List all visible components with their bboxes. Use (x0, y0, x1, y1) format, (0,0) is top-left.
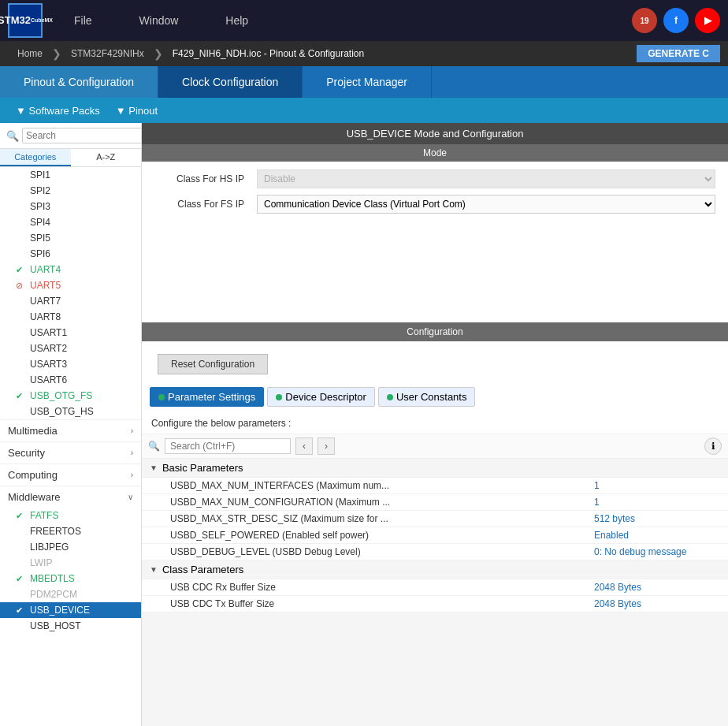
param-name-5: USB CDC Rx Buffer Size (170, 582, 594, 593)
config-tab-device-descriptor[interactable]: Device Descriptor (267, 387, 375, 407)
list-item-libjpeg[interactable]: LIBJPEG (0, 539, 141, 555)
mode-section: Class For HS IP Disable Class For FS IP … (142, 162, 728, 228)
stm32-logo: STM32 CubeMX (8, 3, 43, 38)
basic-params-group-header[interactable]: ▼ Basic Parameters (142, 459, 728, 478)
list-item-usart1[interactable]: USART1 (0, 325, 141, 341)
nav-window[interactable]: Window (139, 14, 179, 27)
logo-area: STM32 CubeMX (8, 3, 43, 38)
main-layout: 🔍 ⚙ Categories A->Z SPI1 SPI2 SPI3 SPI4 … (0, 123, 728, 726)
sidebar-middleware-list: ✔FATFS FREERTOS LIBJPEG LWIP ✔MBEDTLS PD… (0, 508, 141, 634)
top-bar: STM32 CubeMX File Window Help 19 f ▶ (0, 0, 728, 41)
params-prev-button[interactable]: ‹ (295, 437, 313, 455)
list-item-fatfs[interactable]: ✔FATFS (0, 508, 141, 523)
class-fs-select[interactable]: Communication Device Class (Virtual Port… (257, 195, 715, 214)
list-item-uart5[interactable]: ⊘UART5 (0, 277, 141, 293)
sidebar-search-row: 🔍 ⚙ (0, 123, 141, 149)
sidebar-tab-categories[interactable]: Categories (0, 149, 71, 166)
params-search-row: 🔍 ‹ › ℹ (142, 434, 728, 459)
param-row-4: USBD_DEBUG_LEVEL (USBD Debug Level) 0: N… (142, 544, 728, 560)
subtab-software-packs[interactable]: ▼ Software Packs (16, 105, 100, 117)
sidebar-group-computing-label: Computing (8, 469, 58, 481)
config-tab-user-constants-label: User Constants (396, 391, 467, 403)
class-fs-label: Class For FS IP (154, 199, 249, 210)
params-search-input[interactable] (165, 438, 291, 454)
list-item-usart2[interactable]: USART2 (0, 341, 141, 356)
breadcrumb-chip[interactable]: STM32F429NIHx (61, 45, 154, 62)
param-value-1: 1 (594, 497, 720, 508)
param-name-1: USBD_MAX_NUM_CONFIGURATION (Maximum ... (170, 497, 594, 508)
generate-code-button[interactable]: GENERATE C (637, 45, 720, 62)
list-item-spi6[interactable]: SPI6 (0, 246, 141, 262)
basic-params-label: Basic Parameters (162, 462, 243, 474)
list-item-usart3[interactable]: USART3 (0, 356, 141, 372)
config-section-header: Configuration (142, 322, 728, 341)
list-item-usb-host[interactable]: USB_HOST (0, 618, 141, 634)
list-item-uart4[interactable]: ✔UART4 (0, 262, 141, 277)
list-item-spi2[interactable]: SPI2 (0, 183, 141, 199)
list-item-usb-otg-fs[interactable]: ✔USB_OTG_FS (0, 388, 141, 404)
list-item-usb-otg-hs[interactable]: USB_OTG_HS (0, 404, 141, 419)
sidebar-tab-az[interactable]: A->Z (71, 149, 142, 166)
list-item-spi3[interactable]: SPI3 (0, 199, 141, 214)
class-hs-select[interactable]: Disable (257, 169, 715, 188)
sidebar-list: SPI1 SPI2 SPI3 SPI4 SPI5 SPI6 ✔UART4 ⊘UA… (0, 167, 141, 419)
class-params-group-header[interactable]: ▼ Class Parameters (142, 560, 728, 579)
nav-help[interactable]: Help (225, 14, 248, 27)
sidebar-search-input[interactable] (22, 128, 142, 143)
list-item-spi1[interactable]: SPI1 (0, 167, 141, 183)
params-info-button[interactable]: ℹ (704, 437, 722, 455)
list-item-freertos[interactable]: FREERTOS (0, 523, 141, 539)
breadcrumb-home[interactable]: Home (8, 45, 52, 62)
sidebar-group-multimedia[interactable]: Multimedia › (0, 419, 141, 441)
param-row-1: USBD_MAX_NUM_CONFIGURATION (Maximum ... … (142, 494, 728, 511)
params-next-button[interactable]: › (318, 437, 335, 455)
list-item-mbedtls[interactable]: ✔MBEDTLS (0, 571, 141, 586)
list-item-usb-device[interactable]: ✔USB_DEVICE (0, 602, 141, 618)
icon-facebook[interactable]: f (663, 8, 689, 33)
nav-file[interactable]: File (74, 14, 92, 27)
config-tab-dot-3 (387, 394, 393, 400)
mode-row-hs: Class For HS IP Disable (154, 169, 715, 188)
param-row-6: USB CDC Tx Buffer Size 2048 Bytes (142, 596, 728, 612)
config-tab-device-descriptor-label: Device Descriptor (285, 391, 366, 403)
icon-youtube[interactable]: ▶ (695, 8, 720, 33)
param-name-2: USBD_MAX_STR_DESC_SIZ (Maximum size for … (170, 513, 594, 524)
param-value-2: 512 bytes (594, 513, 720, 524)
list-item-usart6[interactable]: USART6 (0, 372, 141, 388)
sidebar-group-security[interactable]: Security › (0, 441, 141, 464)
param-value-4: 0: No debug message (594, 546, 720, 557)
breadcrumb-file[interactable]: F429_NIH6_NDH.ioc - Pinout & Configurati… (163, 45, 373, 62)
chevron-right-icon: › (131, 426, 133, 435)
subtab-pinout[interactable]: ▼ Pinout (116, 105, 158, 117)
list-item-uart7[interactable]: UART7 (0, 293, 141, 309)
config-tab-parameters[interactable]: Parameter Settings (150, 387, 264, 407)
tab-pinout[interactable]: Pinout & Configuration (0, 66, 158, 98)
icon-19[interactable]: 19 (632, 8, 657, 33)
config-tab-user-constants[interactable]: User Constants (378, 387, 476, 407)
params-area: Configure the below parameters : 🔍 ‹ › ℹ… (142, 413, 728, 612)
tab-project[interactable]: Project Manager (303, 66, 432, 98)
list-item-lwip[interactable]: LWIP (0, 555, 141, 571)
tab-clock[interactable]: Clock Configuration (158, 66, 303, 98)
param-value-3: Enabled (594, 530, 720, 541)
param-row-0: USBD_MAX_NUM_INTERFACES (Maximum num... … (142, 478, 728, 494)
search-icon: 🔍 (6, 130, 19, 142)
content-area: USB_DEVICE Mode and Configuration Mode C… (142, 123, 728, 726)
mode-section-header: Mode (142, 144, 728, 162)
class-params-label: Class Parameters (162, 564, 243, 575)
reset-configuration-button[interactable]: Reset Configuration (158, 354, 268, 374)
config-tab-dot-1 (158, 394, 165, 400)
list-item-pdm2pcm[interactable]: PDM2PCM (0, 586, 141, 602)
sidebar-group-multimedia-label: Multimedia (8, 425, 58, 437)
search-icon-params: 🔍 (148, 441, 160, 452)
param-name-6: USB CDC Tx Buffer Size (170, 598, 594, 609)
list-item-spi5[interactable]: SPI5 (0, 230, 141, 246)
sidebar-group-middleware[interactable]: Middleware ∨ (0, 486, 141, 508)
chevron-down-icon: ∨ (128, 493, 133, 501)
content-title: USB_DEVICE Mode and Configuration (142, 123, 728, 144)
mode-spacer (142, 228, 728, 322)
sidebar-tabs: Categories A->Z (0, 149, 141, 167)
list-item-uart8[interactable]: UART8 (0, 309, 141, 325)
list-item-spi4[interactable]: SPI4 (0, 214, 141, 230)
sidebar-group-computing[interactable]: Computing › (0, 464, 141, 486)
